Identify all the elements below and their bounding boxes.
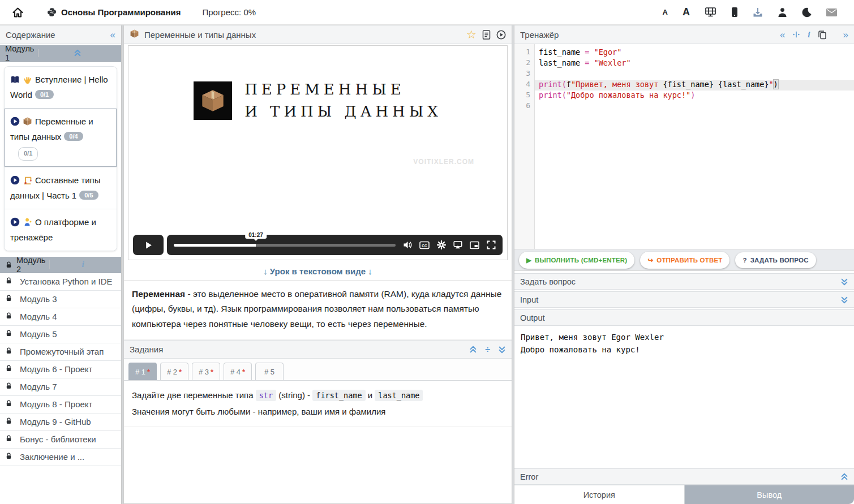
- sidebar-module-locked[interactable]: Бонус - библиотеки: [0, 431, 121, 449]
- sidebar-module-locked[interactable]: Модуль 9 - GitHub: [0, 413, 121, 431]
- code-line[interactable]: print(f"Привет, меня зовут {fist_name} {…: [535, 80, 854, 91]
- chevrons-down-icon[interactable]: [840, 296, 848, 304]
- code-line[interactable]: [535, 69, 854, 80]
- task-tab[interactable]: # 3*: [192, 363, 220, 380]
- lesson-progress-badge: 0/5: [79, 191, 98, 200]
- fullscreen-icon[interactable]: [487, 240, 496, 249]
- volume-icon[interactable]: [403, 240, 412, 249]
- sidebar-lesson-item[interactable]: О платформе и тренажёре: [5, 209, 117, 251]
- sidebar-module-locked[interactable]: Модуль 3: [0, 291, 121, 308]
- wave-icon: [23, 75, 32, 88]
- code-line[interactable]: fist_name = "Egor": [535, 48, 854, 58]
- code-token: print: [539, 91, 562, 100]
- code-line[interactable]: print("Добро пожаловать на курс!"): [535, 91, 854, 101]
- lock-icon: [5, 452, 12, 462]
- input-section[interactable]: Input: [514, 291, 854, 308]
- font-decrease-icon[interactable]: A: [663, 8, 668, 16]
- split-vertical-icon[interactable]: [792, 31, 800, 38]
- mail-icon[interactable]: [826, 8, 837, 16]
- video-player[interactable]: ПЕРЕМЕННЫЕ И ТИПЫ ДАННЫХ VOITIXLER.COM 0…: [128, 45, 508, 260]
- sidebar-module-locked[interactable]: Модуль 8 - Проект: [0, 396, 121, 413]
- font-increase-icon[interactable]: A: [683, 6, 690, 18]
- task-line-1: Задайте две переменные типа str (string)…: [132, 387, 504, 404]
- text-lesson-header[interactable]: ↓ Урок в текстовом виде ↓: [124, 262, 512, 281]
- course-header[interactable]: Основы Программирования: [47, 7, 181, 17]
- profile-icon[interactable]: [778, 7, 787, 18]
- run-button[interactable]: ▶ ВЫПОЛНИТЬ (CMD+ENTER): [519, 252, 634, 269]
- line-number: 3: [514, 69, 534, 80]
- chevrons-up-icon[interactable]: [38, 49, 116, 57]
- video-play-button[interactable]: [133, 235, 164, 255]
- home-icon[interactable]: [12, 7, 23, 18]
- pip-icon[interactable]: [470, 241, 479, 249]
- display-icon[interactable]: [705, 7, 716, 18]
- error-section[interactable]: Error: [514, 468, 854, 485]
- sidebar-lesson-item[interactable]: Составные типы данных | Часть 10/5: [5, 167, 117, 209]
- sidebar-lesson-item[interactable]: Переменные и типы данных0/40/1: [5, 109, 117, 167]
- code-line[interactable]: [535, 101, 854, 112]
- tasks-header: Задания ÷: [124, 340, 512, 359]
- video-time-tooltip: 01:27: [245, 231, 267, 239]
- task-tab[interactable]: # 1*: [128, 363, 157, 380]
- playcircle-icon: [10, 217, 20, 231]
- favorite-star-icon[interactable]: ☆: [466, 29, 477, 40]
- video-seek-bar[interactable]: 01:27: [174, 244, 396, 247]
- mobile-icon[interactable]: [731, 7, 738, 18]
- code-token: (: [562, 80, 567, 89]
- lesson-task-badge: 0/1: [18, 147, 38, 161]
- task-tab[interactable]: # 4*: [224, 363, 252, 380]
- task-tab[interactable]: # 2*: [160, 363, 188, 380]
- tab-history[interactable]: История: [514, 485, 685, 504]
- info-icon[interactable]: i: [49, 260, 116, 269]
- trainer-info-icon[interactable]: i: [808, 30, 810, 40]
- task-description: Задайте две переменные типа str (string)…: [124, 381, 512, 427]
- line-number: 6: [514, 101, 534, 112]
- autoplay-icon[interactable]: [496, 30, 506, 40]
- video-watermark: VOITIXLER.COM: [413, 158, 474, 166]
- airplay-icon[interactable]: [453, 240, 462, 249]
- chevrons-down-icon[interactable]: [840, 278, 848, 286]
- task-tab[interactable]: # 5: [255, 363, 284, 380]
- task-text: Задайте две переменные типа: [132, 390, 256, 400]
- tasks-collapse-up-icon[interactable]: [469, 346, 477, 354]
- trainer-collapse-right-icon[interactable]: »: [843, 30, 848, 40]
- ask-question-section[interactable]: Задать вопрос: [514, 273, 854, 290]
- module-1-header[interactable]: Модуль 1: [0, 45, 121, 62]
- tasks-split-icon[interactable]: ÷: [485, 344, 490, 355]
- locked-module-label: Модуль 9 - GitHub: [20, 416, 91, 427]
- document-icon[interactable]: [482, 30, 491, 40]
- code-line[interactable]: last_name = "Wexler": [535, 58, 854, 69]
- sidebar-title: Содержание: [6, 30, 55, 40]
- sidebar-module-locked[interactable]: Установка Python и IDE: [0, 273, 121, 291]
- trainer-collapse-left-icon[interactable]: «: [780, 30, 785, 40]
- locked-module-label: Модуль 8 - Проект: [20, 399, 92, 410]
- download-icon[interactable]: [753, 7, 763, 18]
- lock-icon: [5, 399, 12, 409]
- module-2-header[interactable]: Модуль 2 i: [0, 257, 121, 273]
- submit-answer-button[interactable]: ↪ ОТПРАВИТЬ ОТВЕТ: [640, 252, 729, 269]
- output-section[interactable]: Output: [514, 309, 854, 326]
- sidebar-module-locked[interactable]: Промежуточный этап: [0, 343, 121, 361]
- ask-question-button[interactable]: ? ЗАДАТЬ ВОПРОС: [735, 252, 816, 268]
- trainer-title: Тренажёр: [520, 30, 559, 40]
- tasks-collapse-down-icon[interactable]: [498, 346, 506, 354]
- copy-icon[interactable]: [818, 30, 827, 40]
- sidebar-module-locked[interactable]: Модуль 7: [0, 378, 121, 396]
- trainer-header: Тренажёр « i »: [514, 25, 854, 44]
- sidebar-module-locked[interactable]: Заключение и ...: [0, 449, 121, 466]
- chevrons-up-icon[interactable]: [840, 473, 848, 481]
- task-text: (string) -: [276, 390, 312, 400]
- sidebar-module-locked[interactable]: Модуль 6 - Проект: [0, 361, 121, 378]
- dark-mode-icon[interactable]: [802, 7, 812, 18]
- captions-icon[interactable]: CC: [419, 241, 430, 249]
- sidebar-module-locked[interactable]: Модуль 4: [0, 308, 121, 326]
- sidebar-collapse-icon[interactable]: «: [110, 30, 115, 40]
- code-editor[interactable]: 123456 fist_name = "Egor"last_name = "We…: [514, 44, 854, 249]
- tab-output[interactable]: Вывод: [685, 485, 854, 504]
- code-lines[interactable]: fist_name = "Egor"last_name = "Wexler"pr…: [535, 44, 854, 249]
- lesson-progress-badge: 0/4: [64, 132, 83, 141]
- sidebar-module-locked[interactable]: Модуль 5: [0, 326, 121, 343]
- settings-gear-icon[interactable]: [437, 240, 446, 249]
- sidebar-lesson-item[interactable]: Вступление | Hello World0/1: [5, 67, 117, 109]
- topbar-actions: A A: [663, 6, 837, 18]
